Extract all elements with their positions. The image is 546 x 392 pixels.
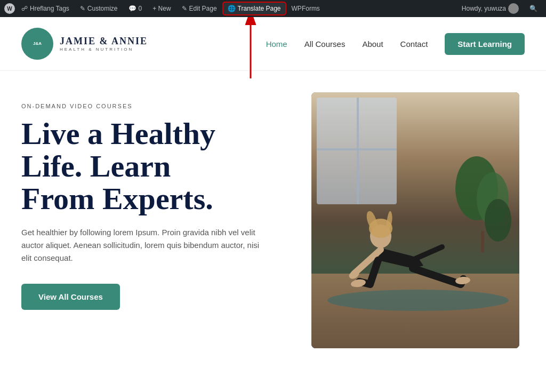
wpforms-label: WPForms	[292, 5, 320, 12]
translate-page-menu[interactable]: 🌐 Translate Page	[223, 3, 285, 14]
customize-label: Customize	[87, 5, 118, 12]
hero-title: Live a Healthy Life. Learn From Experts.	[21, 118, 290, 215]
site-logo: J&A JAMIE & ANNIE HEALTH & NUTRITION	[21, 28, 148, 60]
hero-image-container	[311, 92, 525, 348]
comments-menu[interactable]: 💬 0	[124, 3, 147, 14]
edit-page-menu[interactable]: ✎ Edit Page	[178, 3, 221, 14]
comments-icon: 💬	[129, 5, 136, 12]
logo-text-block: JAMIE & ANNIE HEALTH & NUTRITION	[60, 36, 148, 52]
view-all-courses-button[interactable]: View All Courses	[21, 284, 120, 310]
svg-rect-10	[311, 274, 519, 348]
avatar	[508, 3, 519, 14]
wp-logo[interactable]: W	[4, 3, 15, 14]
hreflang-icon: ☍	[21, 5, 28, 12]
svg-rect-5	[317, 148, 397, 150]
nav-links: Home All Courses About Contact Start Lea…	[266, 33, 525, 55]
hero-left: ON-DEMAND VIDEO COURSES Live a Healthy L…	[21, 92, 290, 310]
hero-title-line1: Live a Healthy	[21, 116, 215, 151]
site-navigation: J&A JAMIE & ANNIE HEALTH & NUTRITION Hom…	[0, 17, 546, 71]
nav-home[interactable]: Home	[266, 39, 287, 49]
nav-about[interactable]: About	[362, 39, 383, 49]
hreflang-label: Hreflang Tags	[30, 5, 69, 12]
logo-main-text: JAMIE & ANNIE	[60, 36, 148, 47]
hreflang-tags-menu[interactable]: ☍ Hreflang Tags	[17, 3, 74, 14]
yoga-illustration	[311, 92, 519, 348]
site-content: J&A JAMIE & ANNIE HEALTH & NUTRITION Hom…	[0, 17, 546, 392]
wp-icon: W	[7, 6, 12, 12]
logo-circle: J&A	[21, 28, 53, 60]
admin-bar: W ☍ Hreflang Tags ✎ Customize 💬 0 + New …	[0, 0, 546, 17]
nav-contact[interactable]: Contact	[400, 39, 428, 49]
new-label: + New	[152, 5, 171, 12]
howdy-label: Howdy, yuwuza	[462, 5, 506, 12]
svg-point-11	[327, 290, 509, 311]
hero-section: ON-DEMAND VIDEO COURSES Live a Healthy L…	[0, 71, 546, 392]
logo-circle-text: J&A	[33, 41, 42, 46]
yoga-image	[311, 92, 519, 348]
svg-rect-9	[481, 231, 484, 252]
edit-icon: ✎	[182, 5, 187, 12]
svg-rect-4	[357, 98, 359, 204]
logo-sub-text: HEALTH & NUTRITION	[60, 47, 148, 52]
search-menu[interactable]: 🔍	[525, 3, 542, 14]
start-learning-button[interactable]: Start Learning	[445, 33, 525, 55]
howdy-menu[interactable]: Howdy, yuwuza	[457, 1, 523, 16]
translate-icon: 🌐	[228, 5, 236, 12]
hero-description: Get healthier by following lorem Ipsum. …	[21, 226, 267, 265]
edit-page-label: Edit Page	[189, 5, 217, 12]
customize-icon: ✎	[80, 5, 85, 12]
hero-tag: ON-DEMAND VIDEO COURSES	[21, 103, 290, 109]
wpforms-menu[interactable]: WPForms	[287, 3, 324, 14]
comments-count: 0	[139, 5, 142, 12]
translate-page-label: Translate Page	[238, 5, 281, 12]
customize-menu[interactable]: ✎ Customize	[76, 3, 122, 14]
hero-title-line3: From Experts.	[21, 181, 213, 216]
nav-all-courses[interactable]: All Courses	[304, 39, 346, 49]
svg-point-8	[485, 199, 511, 242]
hero-title-line2: Life. Learn	[21, 149, 171, 183]
new-menu[interactable]: + New	[148, 3, 175, 14]
search-icon: 🔍	[529, 5, 537, 12]
